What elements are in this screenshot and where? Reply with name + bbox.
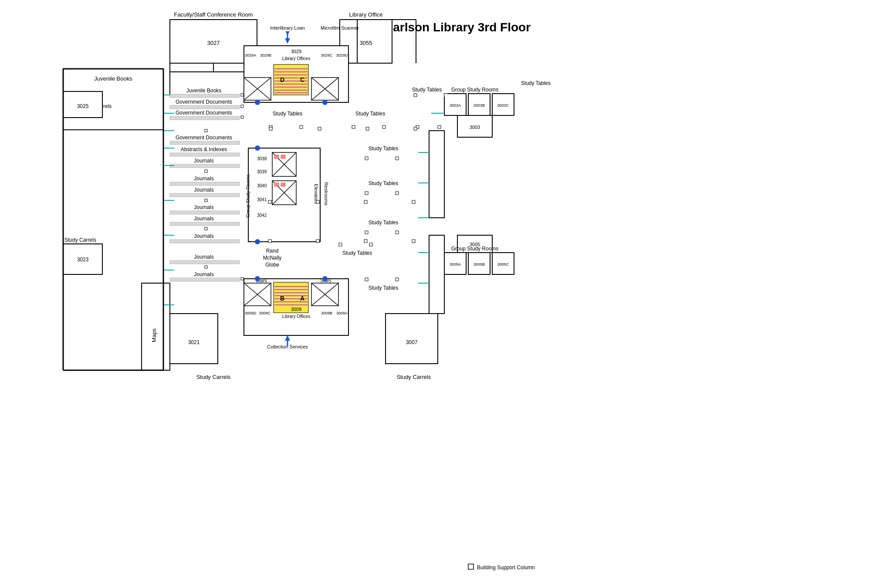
svg-rect-118 — [339, 243, 342, 246]
svg-rect-142 — [318, 127, 321, 130]
svg-rect-50 — [170, 222, 240, 226]
svg-rect-107 — [300, 125, 303, 128]
svg-rect-152 — [412, 240, 415, 243]
title: Carlson Library 3rd Floor — [384, 20, 531, 34]
room-3007: 3007 — [406, 339, 418, 345]
svg-rect-113 — [396, 157, 399, 160]
study-tables-top-right: Study Tables — [355, 111, 386, 117]
svg-rect-62 — [170, 314, 218, 364]
svg-rect-41 — [205, 129, 207, 132]
room-3041: 3041 — [257, 197, 267, 202]
svg-rect-37 — [170, 116, 240, 120]
svg-rect-140 — [468, 564, 474, 569]
svg-rect-141 — [269, 127, 272, 130]
room-3005b: 3005B — [474, 262, 485, 267]
svg-rect-117 — [396, 231, 399, 234]
svg-rect-54 — [170, 260, 240, 264]
room-3055: 3055 — [360, 40, 372, 46]
svg-rect-105 — [386, 314, 438, 364]
conference-room-label: Faculty/Staff Conference Room — [174, 11, 253, 18]
svg-rect-108 — [352, 125, 355, 128]
svg-rect-112 — [365, 157, 368, 160]
svg-rect-125 — [429, 235, 444, 314]
svg-rect-33 — [170, 94, 240, 98]
group-study-rooms-label: Group Study Rooms — [245, 174, 250, 218]
study-carrels-left-bottom-label: Study Carrels — [64, 237, 96, 243]
svg-rect-124 — [429, 131, 444, 218]
journals-label-5: Journals — [194, 216, 213, 222]
svg-rect-109 — [382, 125, 386, 128]
interlibrary-loan-label: Interlibrary Loan — [270, 25, 305, 30]
restrooms-label: Restrooms — [324, 182, 329, 206]
svg-point-91 — [255, 276, 260, 281]
svg-rect-110 — [414, 94, 417, 97]
study-tables-mid-right-2: Study Tables — [369, 180, 399, 186]
room-3009d: 3009D — [245, 311, 257, 315]
journals-label-8: Journals — [194, 271, 213, 277]
room-3027: 3027 — [207, 40, 220, 46]
svg-rect-34 — [241, 94, 244, 96]
svg-rect-44 — [170, 164, 240, 168]
svg-rect-146 — [316, 200, 319, 203]
svg-rect-49 — [170, 211, 240, 214]
legend-label: Building Support Column — [477, 564, 535, 571]
svg-point-27 — [255, 100, 260, 105]
gov-docs-label-2: Government Documents — [176, 110, 232, 116]
room-3029a: 3029A — [245, 53, 256, 57]
svg-point-74 — [255, 145, 260, 151]
abstracts-indexes-label: Abstracts & Indexes — [181, 146, 227, 152]
room-3009b: 3009B — [321, 311, 332, 315]
room-3009: 3009 — [291, 307, 301, 312]
svg-rect-48 — [205, 199, 207, 202]
svg-rect-52 — [170, 240, 240, 243]
room-3003c: 3003C — [497, 103, 509, 108]
room-3003: 3003 — [470, 125, 480, 130]
rand-mcnally-label-3: Globe — [265, 262, 279, 268]
room-3003b: 3003B — [474, 103, 485, 108]
svg-rect-51 — [205, 227, 207, 230]
study-tables-top-left: Study Tables — [273, 111, 303, 117]
room-3021: 3021 — [188, 339, 200, 345]
study-tables-mid-right-3: Study Tables — [369, 220, 399, 226]
svg-rect-150 — [316, 240, 319, 243]
svg-point-75 — [255, 239, 260, 244]
svg-rect-116 — [365, 231, 368, 234]
room-3039: 3039 — [257, 169, 267, 174]
study-tables-bottom-right: Study Tables — [369, 285, 399, 291]
room-3029c: 3029C — [321, 53, 333, 57]
section-c: C — [300, 76, 304, 83]
svg-rect-145 — [268, 200, 271, 203]
room-3023: 3023 — [77, 257, 89, 263]
library-offices-top: Library Offices — [282, 56, 310, 61]
svg-rect-151 — [364, 240, 367, 243]
room-3040: 3040 — [257, 183, 267, 188]
svg-rect-42 — [170, 141, 240, 145]
room-3025: 3025 — [77, 103, 89, 109]
group-study-rooms-top-label: Group Study Rooms — [451, 87, 499, 93]
floor-plan-svg: Carlson Library 3rd Floor Faculty/Staff … — [0, 0, 893, 588]
svg-rect-71 — [281, 155, 285, 159]
svg-rect-149 — [268, 240, 271, 243]
svg-rect-143 — [366, 127, 369, 130]
room-3005c: 3005C — [497, 262, 509, 267]
section-b: B — [280, 295, 284, 302]
room-3029d: 3029D — [336, 53, 348, 57]
journals-label-6: Journals — [194, 233, 213, 239]
juvenile-books-label-1: Juvenile Books — [94, 75, 132, 82]
svg-rect-121 — [396, 278, 399, 281]
svg-rect-72 — [274, 183, 279, 186]
svg-rect-147 — [364, 200, 367, 203]
svg-rect-70 — [274, 155, 279, 159]
section-d: D — [280, 76, 284, 83]
svg-point-28 — [322, 100, 328, 105]
room-3003a: 3003A — [450, 103, 461, 108]
microfilm-scanner-label: Microfilm Scanner — [321, 25, 359, 30]
study-tables-far-right-top: Study Tables — [412, 87, 442, 93]
room-3009a: 3009A — [336, 311, 348, 315]
rand-mcnally-label-2: McNally — [263, 255, 282, 261]
gov-docs-label-3: Government Documents — [176, 135, 232, 141]
svg-rect-119 — [369, 243, 372, 246]
study-tables-mid-right-1: Study Tables — [369, 145, 399, 152]
room-3009c: 3009C — [259, 311, 271, 315]
svg-rect-123 — [438, 125, 441, 128]
